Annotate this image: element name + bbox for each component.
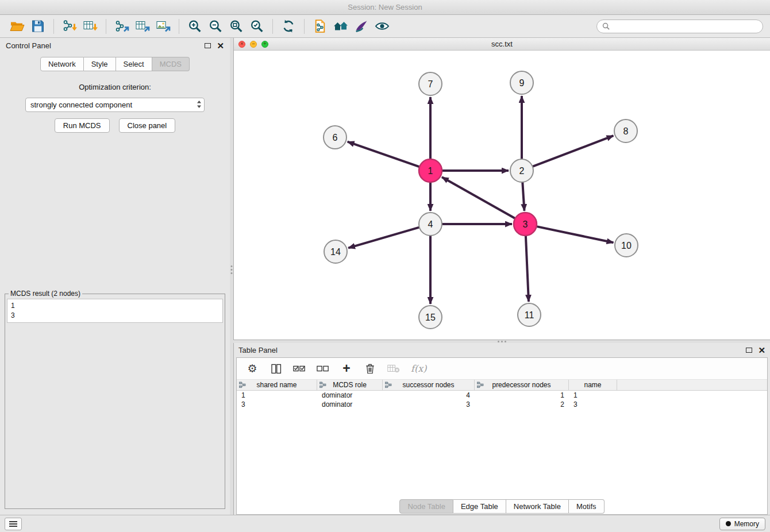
refresh-layout-icon [281,19,296,33]
graph-node-label: 4 [428,219,433,229]
function-builder-button[interactable]: f(x) [411,362,426,376]
table-tabs: Node TableEdge TableNetwork TableMotifs [399,499,604,514]
run-mcds-button[interactable]: Run MCDS [55,118,110,133]
status-menu-button[interactable] [5,518,22,530]
houses-icon [333,19,348,33]
delete-column-button[interactable] [364,362,376,376]
graph-node-label: 6 [333,133,338,142]
table-tab-motifs[interactable]: Motifs [569,499,605,514]
graph-node-label: 2 [519,166,525,176]
first-neighbors-button[interactable] [330,18,351,35]
save-session-button[interactable] [28,18,48,35]
style-brush-icon [354,19,369,33]
open-folder-icon [10,19,25,33]
tab-network[interactable]: Network [40,57,84,71]
zoom-selected-icon [249,19,264,33]
apply-layout-button[interactable] [278,18,299,35]
close-panel-icon[interactable]: ✕ [217,41,224,50]
zoom-out-button[interactable] [205,18,226,35]
select-all-button[interactable] [293,362,306,376]
plus-icon: + [342,362,350,375]
list-icon [9,521,17,522]
apply-style-button[interactable] [351,18,372,35]
column-header-predecessor-nodes[interactable]: predecessor nodes [475,380,569,390]
create-column-button[interactable]: + [340,362,353,376]
graph-edge-2-8[interactable] [533,136,614,167]
control-panel-title: Control Panel [6,41,51,50]
import-network-button[interactable] [59,18,80,35]
table-cell: 3 [237,400,317,409]
unselect-all-button[interactable] [317,362,329,376]
search-field [596,20,763,33]
control-panel-tabs: NetworkStyleSelectMCDS [0,57,230,71]
columns-icon [270,363,282,375]
tab-mcds[interactable]: MCDS [152,57,190,71]
window-close-button[interactable]: × [238,41,245,48]
search-input[interactable] [613,22,757,30]
table-tab-network-table[interactable]: Network Table [506,499,569,514]
zoom-in-icon [187,19,202,33]
column-header-shared-name[interactable]: shared name [237,380,317,390]
graph-edge-3-1[interactable] [442,177,515,218]
column-header-mcds-role[interactable]: MCDS role [317,380,383,390]
network-canvas[interactable]: 7968124314101511 [234,51,770,340]
window-zoom-button[interactable]: + [261,41,268,48]
close-table-panel-icon[interactable]: ✕ [758,346,765,354]
close-panel-button[interactable]: Close panel [119,118,176,133]
zoom-selected-button[interactable] [247,18,267,35]
graph-edge-2-3[interactable] [522,182,524,211]
table-row[interactable]: 1dominator411 [237,391,767,400]
table-tab-edge-table[interactable]: Edge Table [453,499,506,514]
graph-node-label: 9 [519,78,525,88]
column-type-icon [385,381,392,388]
toolbar-separator [53,19,54,34]
export-image-button[interactable] [153,18,174,35]
graph-edge-1-6[interactable] [348,142,419,167]
vertical-splitter[interactable] [230,38,233,515]
table-settings-button[interactable]: ⚙ [246,362,259,376]
import-table-button[interactable] [80,18,101,35]
criterion-select[interactable]: strongly connected component [25,98,205,112]
float-panel-icon[interactable] [205,43,211,48]
export-table-button[interactable] [132,18,153,35]
delete-table-button[interactable] [387,362,400,376]
column-header-successor-nodes[interactable]: successor nodes [383,380,475,390]
tab-style[interactable]: Style [84,57,116,71]
save-floppy-icon [30,19,45,33]
memory-button[interactable]: Memory [719,518,765,530]
table-cell: dominator [317,400,383,409]
export-network-button[interactable] [111,18,132,35]
graph-edge-4-14[interactable] [348,228,419,248]
toolbar-separator [106,19,106,34]
float-table-panel-icon[interactable] [746,348,752,353]
fx-icon: f(x) [411,363,426,374]
show-columns-button[interactable] [270,362,282,376]
select-stepper-icon [197,100,202,110]
trash-icon [365,363,375,375]
table-tab-node-table[interactable]: Node Table [399,499,453,514]
show-hide-button[interactable] [372,18,392,35]
graph-edge-3-10[interactable] [537,226,614,242]
zoom-in-button[interactable] [184,18,205,35]
graph-node-label: 8 [623,126,629,136]
document-network-icon [313,19,328,33]
graph-node-label: 1 [428,166,433,176]
graph-node-label: 11 [525,310,534,320]
status-bar: Memory [0,515,770,532]
graph-edge-3-11[interactable] [526,236,529,302]
table-cell: 2 [475,400,569,409]
table-panel: Table Panel ✕ ⚙ [233,343,770,515]
graph-node-label: 7 [428,79,433,89]
delete-table-icon [387,364,400,373]
tab-select[interactable]: Select [116,57,152,71]
column-type-icon [477,381,484,388]
table-row[interactable]: 3dominator323 [237,400,767,409]
open-session-button[interactable] [7,18,28,35]
window-minimize-button[interactable]: − [250,41,257,48]
toolbar-separator [272,19,273,34]
column-header-name[interactable]: name [569,380,617,390]
zoom-out-icon [208,19,223,33]
zoom-fit-button[interactable] [226,18,247,35]
mcds-result-title: MCDS result (2 nodes) [9,290,82,298]
new-network-from-selection-button[interactable] [310,18,330,35]
